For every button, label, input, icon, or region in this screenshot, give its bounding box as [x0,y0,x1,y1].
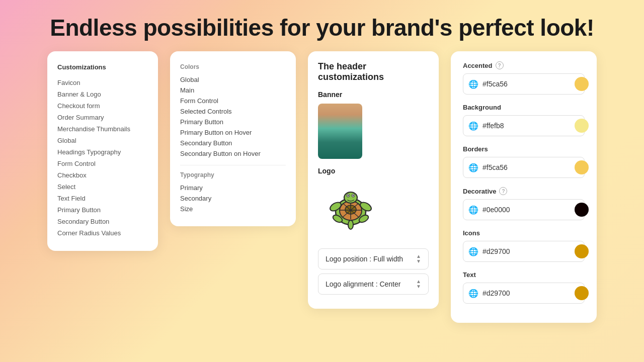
middle-nav-card: Colors GlobalMainForm ControlSelected Co… [170,51,296,226]
turtle-icon [320,183,381,238]
color-nav-secondary-button[interactable]: Secondary Button [180,138,286,148]
nav-item-primary-button[interactable]: Primary Button [57,204,148,216]
hex-input-background[interactable] [482,122,571,130]
logo-preview [318,180,383,240]
globe-icon: 🌐 [468,205,478,215]
colors-section-title: Colors [180,63,286,70]
cards-container: Customizations FaviconBanner & LogoCheck… [0,51,644,323]
svg-point-10 [348,195,349,197]
globe-icon: 🌐 [468,121,478,131]
color-label-decorative: Decorative? [463,187,585,195]
nav-item-favicon[interactable]: Favicon [57,77,148,88]
logo-section: Logo [318,167,429,240]
color-nav-secondary-button-on-hover[interactable]: Secondary Button on Hover [180,148,286,159]
globe-icon: 🌐 [468,289,478,298]
svg-point-16 [348,220,353,229]
typography-nav-list: PrimarySecondarySize [180,183,286,214]
hex-input-decorative[interactable] [482,206,571,214]
nav-item-form-control[interactable]: Form Control [57,158,148,169]
hex-input-icons[interactable] [482,247,571,255]
globe-icon: 🌐 [468,79,478,89]
color-label-accented: Accented? [463,61,585,69]
color-dot-borders[interactable] [575,160,589,174]
color-nav-main[interactable]: Main [180,85,286,96]
svg-point-11 [353,195,354,197]
logo-position-label: Logo position : Full width [326,255,403,263]
color-nav-selected-controls[interactable]: Selected Controls [180,106,286,117]
color-input-row: 🌐 [463,241,585,262]
left-nav-card: Customizations FaviconBanner & LogoCheck… [47,51,158,251]
nav-item-merchandise-thumbnails[interactable]: Merchandise Thumbnails [57,123,148,135]
color-controls-card: Accented?🌐Background🌐Borders🌐Decorative?… [451,51,597,323]
logo-position-dropdown[interactable]: Logo position : Full width ▲ ▼ [318,248,429,269]
globe-icon: 🌐 [468,247,478,256]
color-row-decorative: Decorative?🌐 [463,187,585,220]
nav-item-banner-&-logo[interactable]: Banner & Logo [57,88,148,100]
color-nav-form-control[interactable]: Form Control [180,96,286,106]
nav-item-text-field[interactable]: Text Field [57,193,148,204]
banner-label: Banner [318,90,429,99]
divider [180,165,286,165]
info-icon[interactable]: ? [496,61,504,69]
color-input-row: 🌐 [463,157,585,178]
typography-section-title: Typography [180,171,286,178]
hex-input-text[interactable] [482,289,571,297]
dropdown-arrows-2: ▲ ▼ [416,279,421,289]
color-row-background: Background🌐 [463,104,585,136]
color-input-row: 🌐 [463,73,585,95]
color-label-borders: Borders [463,145,585,153]
color-dot-text[interactable] [575,286,589,300]
left-nav-list: FaviconBanner & LogoCheckout formOrder S… [57,77,148,239]
banner-image-preview [318,104,362,159]
hex-input-borders[interactable] [482,163,571,171]
typography-nav-secondary[interactable]: Secondary [180,193,286,204]
color-row-icons: Icons🌐 [463,229,585,262]
logo-alignment-label: Logo alignment : Center [326,280,400,288]
color-input-row: 🌐 [463,115,585,136]
color-dot-icons[interactable] [575,244,589,258]
nav-item-select[interactable]: Select [57,181,148,193]
page-title: Endless possibilities for your brand's p… [0,0,644,51]
nav-item-global[interactable]: Global [57,135,148,146]
nav-item-order-summary[interactable]: Order Summary [57,112,148,123]
dropdown-arrows: ▲ ▼ [416,254,421,264]
color-nav-primary-button[interactable]: Primary Button [180,117,286,127]
color-row-accented: Accented?🌐 [463,61,585,95]
color-nav-global[interactable]: Global [180,74,286,85]
color-rows-container: Accented?🌐Background🌐Borders🌐Decorative?… [463,61,585,304]
header-custom-card: The header customizations Banner Logo [308,51,439,309]
nav-item-checkbox[interactable]: Checkbox [57,169,148,181]
color-dot-decorative[interactable] [575,203,589,217]
nav-item-checkout-form[interactable]: Checkout form [57,100,148,112]
color-label-text: Text [463,271,585,279]
globe-icon: 🌐 [468,163,478,172]
color-row-borders: Borders🌐 [463,145,585,178]
color-dot-background[interactable] [575,119,589,133]
colors-nav-list: GlobalMainForm ControlSelected ControlsP… [180,74,286,159]
logo-alignment-dropdown[interactable]: Logo alignment : Center ▲ ▼ [318,274,429,295]
color-input-row: 🌐 [463,199,585,220]
typography-nav-primary[interactable]: Primary [180,183,286,193]
nav-item-corner-radius-values[interactable]: Corner Radius Values [57,227,148,239]
hex-input-accented[interactable] [482,80,571,88]
color-row-text: Text🌐 [463,271,585,304]
nav-item-secondary-button[interactable]: Secondary Button [57,216,148,227]
color-input-row: 🌐 [463,283,585,304]
customizations-title: Customizations [57,63,148,71]
color-nav-primary-button-on-hover[interactable]: Primary Button on Hover [180,127,286,138]
color-dot-accented[interactable] [575,77,589,91]
info-icon[interactable]: ? [499,187,507,195]
logo-label: Logo [318,167,429,175]
header-custom-title: The header customizations [318,61,429,82]
color-label-background: Background [463,104,585,111]
color-label-icons: Icons [463,229,585,237]
typography-nav-size[interactable]: Size [180,204,286,214]
nav-item-headings-typography[interactable]: Headings Typography [57,146,148,158]
